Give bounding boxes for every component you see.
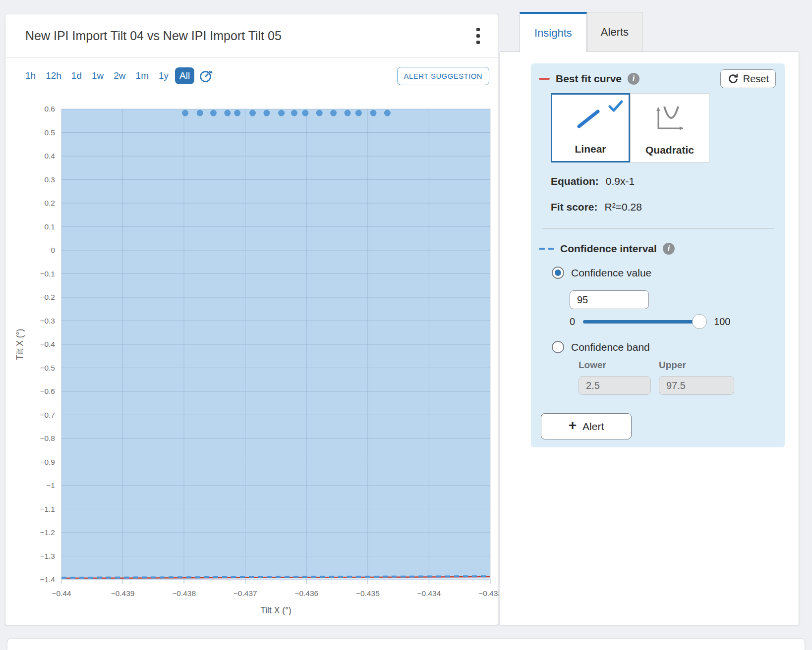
- equation-value: 0.9x-1: [606, 175, 635, 187]
- slider-max-label: 100: [714, 316, 730, 327]
- radio-selected-icon: [552, 267, 564, 279]
- lower-bound-input[interactable]: [579, 376, 651, 395]
- alert-suggestion-button[interactable]: ALERT SUGGESTION: [397, 67, 489, 85]
- time-range-all[interactable]: All: [175, 67, 194, 84]
- reset-button[interactable]: Reset: [720, 69, 776, 88]
- y-tick-label: 0.3: [44, 175, 55, 184]
- scatter-point[interactable]: [234, 110, 240, 116]
- scatter-point[interactable]: [330, 110, 337, 116]
- scatter-point[interactable]: [263, 110, 270, 116]
- check-icon: [608, 100, 624, 112]
- lower-label: Lower: [579, 360, 606, 371]
- slider-thumb[interactable]: [692, 314, 707, 329]
- time-range-1h[interactable]: 1h: [20, 67, 41, 84]
- stopwatch-icon[interactable]: [198, 68, 214, 84]
- equation-row: Equation: 0.9x-1: [551, 175, 635, 187]
- confidence-value-input[interactable]: [570, 290, 649, 309]
- y-tick-label: −1.4: [40, 575, 55, 584]
- scatter-point[interactable]: [370, 110, 376, 116]
- time-range-2w[interactable]: 2w: [109, 67, 130, 84]
- fit-score-value: R²=0.28: [605, 201, 642, 213]
- upper-label: Upper: [659, 360, 686, 371]
- best-fit-line-swatch: [539, 78, 550, 80]
- slider-min-label: 0: [570, 316, 575, 327]
- y-tick-label: −0.3: [40, 317, 55, 325]
- time-range-12h[interactable]: 12h: [41, 67, 66, 84]
- y-tick-label: −0.5: [40, 364, 55, 372]
- tab-insights[interactable]: Insights: [520, 12, 587, 52]
- y-tick-label: −1.2: [40, 528, 55, 537]
- fit-score-label: Fit score:: [551, 201, 598, 213]
- chart-card-header: New IPI Import Tilt 04 vs New IPI Import…: [5, 14, 498, 57]
- insight-box: Best fit curve i Reset LinearQuadratic E…: [531, 63, 785, 447]
- add-alert-label: Alert: [582, 421, 604, 433]
- insights-panel-body: Best fit curve i Reset LinearQuadratic E…: [500, 52, 799, 625]
- confidence-line-swatch: [539, 248, 554, 250]
- scatter-point[interactable]: [278, 110, 285, 116]
- tab-alerts[interactable]: Alerts: [587, 12, 642, 52]
- add-alert-button[interactable]: + Alert: [541, 413, 632, 439]
- info-icon[interactable]: i: [663, 243, 675, 255]
- x-axis-label: Tilt X (°): [260, 605, 291, 615]
- y-tick-label: 0.4: [44, 152, 55, 160]
- fit-option-linear[interactable]: Linear: [551, 93, 630, 162]
- x-tick-label: −0.437: [233, 589, 257, 597]
- y-tick-label: −0.8: [40, 434, 55, 442]
- fit-option-label: Linear: [575, 143, 606, 155]
- confidence-band-area: [61, 109, 490, 578]
- y-axis-label: Tilt X (°): [15, 329, 25, 360]
- best-fit-section-header: Best fit curve i Reset: [539, 69, 776, 88]
- chart-title: New IPI Import Tilt 04 vs New IPI Import…: [25, 29, 470, 43]
- chart-controls-row: 1h12h1d1w2w1m1yAll ALERT SUGGESTION: [5, 58, 498, 94]
- scatter-point[interactable]: [384, 110, 391, 116]
- scatter-chart[interactable]: 0.60.50.40.30.20.10−0.1−0.2−0.3−0.4−0.5−…: [5, 94, 499, 619]
- y-tick-label: −0.2: [40, 293, 55, 301]
- scatter-point[interactable]: [291, 110, 297, 116]
- fit-curve-options: LinearQuadratic: [551, 93, 709, 162]
- confidence-slider[interactable]: [583, 314, 706, 329]
- y-tick-label: −0.4: [40, 340, 55, 348]
- scatter-point[interactable]: [302, 110, 308, 116]
- x-tick-label: −0.44: [52, 589, 71, 597]
- time-range-selector: 1h12h1d1w2w1m1yAll: [20, 67, 194, 84]
- fit-option-quadratic[interactable]: Quadratic: [630, 93, 709, 162]
- info-icon[interactable]: i: [628, 73, 639, 85]
- scatter-point[interactable]: [345, 110, 351, 116]
- next-card-partial: [7, 638, 805, 650]
- y-tick-label: −0.1: [40, 270, 55, 278]
- confidence-section-title: Confidence interval: [560, 243, 657, 255]
- time-range-1w[interactable]: 1w: [87, 67, 109, 84]
- scatter-point[interactable]: [224, 110, 231, 116]
- slider-fill: [583, 320, 700, 324]
- reset-icon: [727, 73, 739, 85]
- x-tick-label: −0.438: [172, 589, 196, 597]
- time-range-1d[interactable]: 1d: [66, 67, 87, 84]
- upper-bound-input[interactable]: [659, 376, 734, 395]
- linear-line-icon: [568, 104, 613, 131]
- x-tick-label: −0.433: [478, 589, 499, 597]
- panel-tabs: InsightsAlerts: [520, 12, 642, 52]
- y-tick-label: −1: [46, 481, 55, 489]
- y-tick-label: −0.7: [40, 411, 55, 419]
- fit-score-row: Fit score: R²=0.28: [551, 201, 642, 213]
- time-range-1m[interactable]: 1m: [131, 67, 154, 84]
- confidence-band-radio[interactable]: Confidence band: [552, 341, 650, 353]
- scatter-point[interactable]: [249, 110, 256, 116]
- kebab-menu-icon[interactable]: [470, 24, 486, 48]
- x-tick-label: −0.436: [294, 589, 318, 597]
- quadratic-curve-icon: [647, 103, 692, 133]
- time-range-1y[interactable]: 1y: [154, 67, 174, 84]
- confidence-value-radio[interactable]: Confidence value: [552, 267, 651, 279]
- y-tick-label: −0.9: [40, 458, 55, 466]
- scatter-point[interactable]: [182, 110, 188, 116]
- y-tick-label: 0.1: [44, 222, 55, 231]
- scatter-point[interactable]: [210, 110, 217, 116]
- y-tick-label: −1.3: [40, 552, 55, 560]
- section-divider: [542, 228, 774, 229]
- scatter-point[interactable]: [355, 110, 362, 116]
- y-tick-label: −1.1: [40, 505, 55, 513]
- scatter-point[interactable]: [197, 110, 203, 116]
- confidence-value-label: Confidence value: [571, 267, 651, 279]
- scatter-point[interactable]: [316, 110, 323, 116]
- radio-unselected-icon: [552, 341, 564, 353]
